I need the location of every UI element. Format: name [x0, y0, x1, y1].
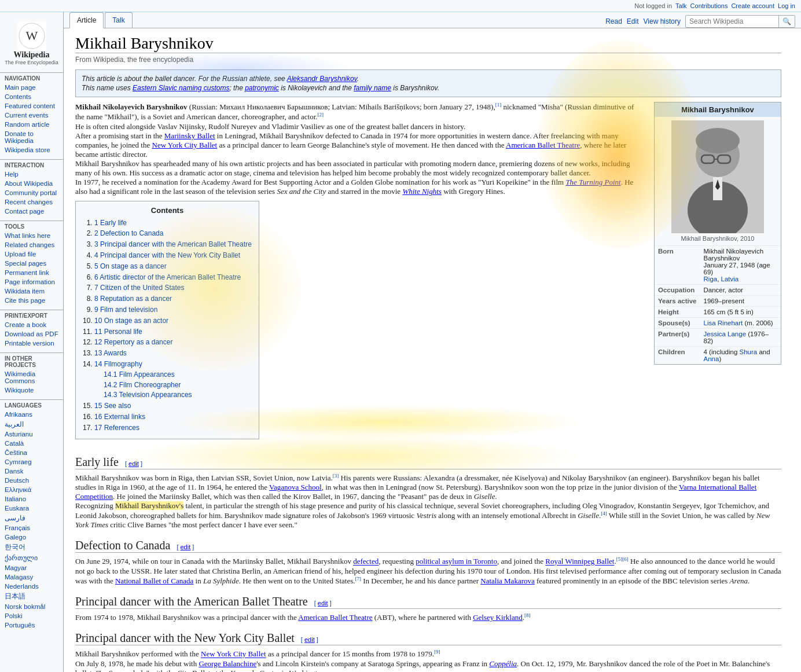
- sidebar-item-lang-asturianu[interactable]: Asturianu: [0, 429, 63, 439]
- sidebar-item-random[interactable]: Random article: [0, 120, 63, 129]
- sidebar-item-main-page[interactable]: Main page: [0, 83, 63, 92]
- patronymic-link[interactable]: patronymic: [245, 84, 279, 92]
- mariinsky-link[interactable]: Mariinsky Ballet: [164, 131, 215, 140]
- sidebar-item-lang-magyar[interactable]: Magyar: [0, 563, 63, 572]
- abt-body-link[interactable]: American Ballet Theatre: [298, 613, 372, 622]
- toc-item-2[interactable]: 2 Defection to Canada: [94, 229, 252, 238]
- sidebar-item-related-changes[interactable]: Related changes: [0, 240, 63, 249]
- turning-point-link[interactable]: The Turning Point: [565, 178, 620, 186]
- tab-talk[interactable]: Talk: [105, 12, 132, 28]
- makarova-link[interactable]: Natalia Makarova: [480, 576, 534, 585]
- toc-item-14[interactable]: 14 Filmography 14.1 Film Appearances 14.…: [94, 359, 252, 400]
- sidebar-item-upload[interactable]: Upload file: [0, 249, 63, 259]
- family-name-link[interactable]: family name: [354, 84, 391, 92]
- toc-item-4[interactable]: 4 Principal dancer with the New York Cit…: [94, 251, 252, 260]
- defected-link[interactable]: defected: [353, 557, 379, 566]
- toc-item-7[interactable]: 7 Citizen of the United States: [94, 283, 252, 293]
- toc-item-12[interactable]: 12 Repertory as a dancer: [94, 337, 252, 347]
- toc-item-3[interactable]: 3 Principal dancer with the American Bal…: [94, 240, 252, 249]
- national-ballet-canada-link[interactable]: National Ballet of Canada: [115, 576, 193, 585]
- toc-item-14-2[interactable]: 14.2 Film Choreographer: [104, 380, 252, 390]
- toc-item-17[interactable]: 17 References: [94, 423, 252, 433]
- sidebar-item-about[interactable]: About Wikipedia: [0, 179, 63, 188]
- toc-item-5[interactable]: 5 On stage as a dancer: [94, 262, 252, 271]
- sidebar-item-donate[interactable]: Donate to Wikipedia: [0, 129, 63, 145]
- sidebar-item-permanent[interactable]: Permanent link: [0, 268, 63, 277]
- abt-link[interactable]: American Ballet Theatre: [506, 141, 580, 149]
- sidebar-item-lang-greek[interactable]: Ελληνικά: [0, 485, 63, 494]
- royal-winnipeg-link[interactable]: Royal Winnipeg Ballet: [545, 557, 614, 566]
- principal-abt-edit-anchor[interactable]: edit: [318, 600, 328, 607]
- view-history-link[interactable]: View history: [644, 17, 681, 25]
- nycb-link[interactable]: New York City Ballet: [152, 141, 218, 149]
- sidebar-item-lang-farsi[interactable]: فارسی: [0, 513, 63, 523]
- sidebar-item-recent-changes[interactable]: Recent changes: [0, 197, 63, 207]
- abt-artistic-link[interactable]: American Ballet Theatre: [167, 273, 241, 281]
- slavic-naming-link[interactable]: Eastern Slavic naming customs: [133, 84, 229, 92]
- sidebar-item-lang-georgian[interactable]: ქართული: [0, 553, 63, 563]
- sidebar-item-help[interactable]: Help: [0, 170, 63, 179]
- toc-item-13[interactable]: 13 Awards: [94, 348, 252, 358]
- lisa-rinehart-link[interactable]: Lisa Rinehart: [704, 320, 743, 326]
- sidebar-item-lang-dutch[interactable]: Nederlands: [0, 582, 63, 591]
- political-asylum-link[interactable]: political asylum in Toronto: [416, 557, 497, 566]
- varna-link[interactable]: Varna International Ballet Competition: [75, 483, 756, 501]
- early-life-edit-link[interactable]: [ edit ]: [125, 460, 142, 467]
- sidebar-item-cite[interactable]: Cite this page: [0, 296, 63, 305]
- contributions-link[interactable]: Contributions: [690, 2, 728, 9]
- toc-item-8[interactable]: 8 Reputation as a dancer: [94, 294, 252, 304]
- sidebar-item-lang-afrikaans[interactable]: Afrikaans: [0, 410, 63, 419]
- search-input[interactable]: [686, 16, 778, 27]
- log-in-link[interactable]: Log in: [778, 2, 795, 9]
- jessica-lange-link[interactable]: Jessica Lange: [704, 331, 747, 337]
- talk-link[interactable]: Talk: [675, 2, 687, 9]
- sidebar-item-lang-japanese[interactable]: 日本語: [0, 591, 63, 602]
- sidebar-item-lang-cymraeg[interactable]: Cymraeg: [0, 457, 63, 467]
- toc-item-14-3[interactable]: 14.3 Television Appearances: [104, 390, 252, 400]
- sidebar-item-lang-polish[interactable]: Polski: [0, 611, 63, 620]
- sidebar-item-lang-korean[interactable]: 한국어: [0, 542, 63, 553]
- toc-item-16[interactable]: 16 External links: [94, 412, 252, 422]
- sidebar-item-community[interactable]: Community portal: [0, 188, 63, 197]
- edit-link-anchor[interactable]: edit: [128, 460, 139, 467]
- sidebar-item-wikidata[interactable]: Wikidata item: [0, 287, 63, 296]
- toc-item-14-1[interactable]: 14.1 Film Appearances: [104, 370, 252, 380]
- toc-item-9[interactable]: 9 Film and television: [94, 305, 252, 315]
- nycb-body-link[interactable]: New York City Ballet: [201, 650, 266, 659]
- sidebar-item-lang-italiano[interactable]: Italiano: [0, 494, 63, 504]
- search-button[interactable]: 🔍: [778, 16, 795, 27]
- sidebar-item-lang-catala[interactable]: Català: [0, 439, 63, 448]
- read-link[interactable]: Read: [605, 17, 622, 25]
- principal-nycb-edit-anchor[interactable]: edit: [304, 636, 315, 643]
- defection-edit-link[interactable]: [ edit ]: [177, 544, 194, 550]
- edit-link[interactable]: Edit: [627, 17, 639, 25]
- sidebar-item-lang-francais[interactable]: Français: [0, 523, 63, 533]
- sidebar-item-current-events[interactable]: Current events: [0, 111, 63, 120]
- sidebar-item-lang-deutsch[interactable]: Deutsch: [0, 476, 63, 485]
- sidebar-item-page-info[interactable]: Page information: [0, 277, 63, 287]
- anna-link[interactable]: Anna: [704, 355, 719, 362]
- toc-item-6[interactable]: 6 Artistic director of the American Ball…: [94, 273, 252, 282]
- sidebar-item-contents[interactable]: Contents: [0, 92, 63, 101]
- latvia-link[interactable]: Latvia: [721, 276, 739, 282]
- principal-nycb-edit-link[interactable]: [ edit ]: [301, 636, 318, 643]
- sidebar-item-lang-euskara[interactable]: Euskara: [0, 504, 63, 513]
- sidebar-item-commons[interactable]: Wikimedia Commons: [0, 369, 63, 385]
- toc-item-11[interactable]: 11 Personal life: [94, 327, 252, 337]
- gelsey-link[interactable]: Gelsey Kirkland: [473, 613, 523, 622]
- balanchine-link[interactable]: George Balanchine: [199, 659, 256, 668]
- principal-abt-edit-link[interactable]: [ edit ]: [314, 600, 332, 607]
- sidebar-item-store[interactable]: Wikipedia store: [0, 145, 63, 155]
- vaganova-link[interactable]: Vaganova School: [269, 483, 322, 491]
- sidebar-item-printable[interactable]: Printable version: [0, 339, 63, 348]
- nycb-toc-link[interactable]: New York City Ballet: [178, 251, 240, 259]
- defection-edit-anchor[interactable]: edit: [181, 544, 191, 550]
- sidebar-item-contact[interactable]: Contact page: [0, 207, 63, 216]
- sidebar-item-lang-arabic[interactable]: العربية: [0, 419, 63, 429]
- toc-item-1[interactable]: 1 Early life: [94, 218, 252, 228]
- toc-item-15[interactable]: 15 See also: [94, 401, 252, 411]
- sidebar-item-lang-portuguese[interactable]: Português: [0, 620, 63, 630]
- sidebar-item-lang-malagasy[interactable]: Malagasy: [0, 572, 63, 582]
- shura-link[interactable]: Shura: [740, 348, 758, 355]
- coppelia-link[interactable]: Coppélia: [489, 659, 517, 668]
